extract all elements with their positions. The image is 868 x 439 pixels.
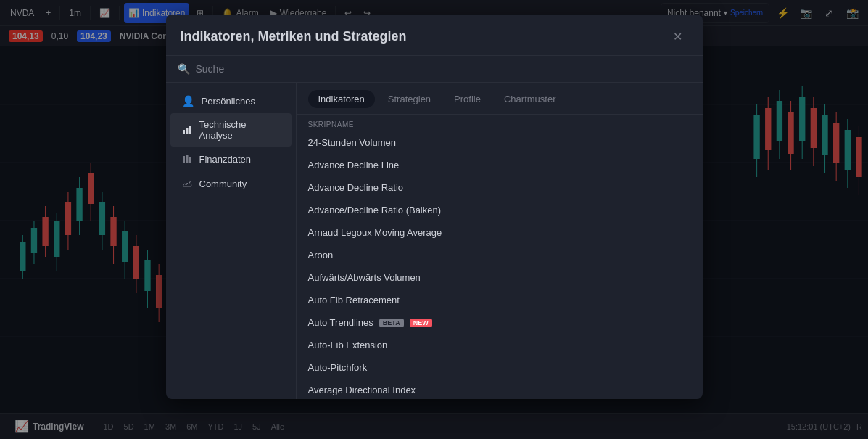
content-tabs: Indikatoren Strategien Profile Chartmust…	[297, 83, 703, 115]
list-item[interactable]: 24-Stunden Volumen	[297, 131, 703, 154]
modal-title: Indikatoren, Metriken und Strategien	[181, 29, 407, 44]
indicator-name: 24-Stunden Volumen	[308, 137, 396, 148]
close-icon: ✕	[673, 30, 682, 44]
tab-indikatoren[interactable]: Indikatoren	[308, 90, 375, 108]
indicators-list: SKRIPNAME 24-Stunden Volumen Advance Dec…	[297, 115, 703, 399]
tab-strategien-label: Strategien	[388, 94, 431, 104]
search-icon: 🔍	[178, 63, 190, 75]
tab-chartmuster[interactable]: Chartmuster	[494, 90, 566, 108]
indicator-name: Aroon	[308, 250, 334, 260]
modal-header: Indikatoren, Metriken und Strategien ✕	[166, 15, 703, 56]
indicator-name: Advance Decline Line	[308, 160, 400, 171]
tab-chartmuster-label: Chartmuster	[504, 94, 556, 104]
list-section-header: SKRIPNAME	[297, 115, 703, 131]
list-item[interactable]: Aufwärts/Abwärts Volumen	[297, 266, 703, 289]
indicator-name: Auto Fib Retracement	[308, 295, 400, 305]
list-item[interactable]: Auto-Pitchfork	[297, 356, 703, 379]
svg-rect-54	[186, 128, 188, 134]
svg-rect-58	[189, 157, 191, 163]
community-icon	[182, 178, 192, 190]
list-item[interactable]: Average Directional Index	[297, 379, 703, 399]
indicator-name: Auto Trendlines	[308, 317, 373, 328]
indicator-name: Aufwärts/Abwärts Volumen	[308, 272, 421, 283]
modal-sidebar: 👤 Persönliches Technische Analyse	[166, 83, 297, 399]
modal-content: Indikatoren Strategien Profile Chartmust…	[297, 83, 703, 399]
tab-profile[interactable]: Profile	[444, 90, 491, 108]
indicator-name: Advance Decline Ratio	[308, 182, 404, 193]
list-item[interactable]: Auto-Fib Extension	[297, 334, 703, 356]
search-bar: 🔍	[166, 56, 703, 83]
tab-strategien[interactable]: Strategien	[378, 90, 441, 108]
sidebar-item-community[interactable]: Community	[170, 172, 292, 196]
sidebar-persoenliches-label: Persönliches	[202, 96, 255, 107]
search-input[interactable]	[196, 63, 691, 75]
sidebar-community-label: Community	[199, 179, 247, 189]
indicator-name: Arnaud Legoux Moving Average	[308, 227, 442, 238]
indicator-name: Average Directional Index	[308, 385, 416, 395]
modal-body: 👤 Persönliches Technische Analyse	[166, 83, 703, 399]
indicator-name: Auto-Fib Extension	[308, 340, 388, 350]
svg-rect-53	[183, 130, 185, 134]
indicators-modal: Indikatoren, Metriken und Strategien ✕ 🔍…	[166, 15, 703, 399]
svg-rect-55	[189, 126, 191, 134]
beta-badge: BETA	[379, 319, 404, 327]
svg-rect-57	[186, 155, 188, 163]
chart-analysis-icon	[182, 124, 192, 136]
finance-icon	[182, 153, 192, 165]
modal-close-button[interactable]: ✕	[668, 26, 688, 46]
person-icon: 👤	[182, 95, 194, 107]
list-item[interactable]: Auto Trendlines BETA NEW	[297, 311, 703, 334]
sidebar-item-finanzdaten[interactable]: Finanzdaten	[170, 147, 292, 171]
list-item[interactable]: Arnaud Legoux Moving Average	[297, 221, 703, 244]
sidebar-finanzdaten-label: Finanzdaten	[199, 154, 252, 165]
list-item[interactable]: Advance Decline Line	[297, 154, 703, 176]
list-item[interactable]: Advance/Decline Ratio (Balken)	[297, 199, 703, 221]
svg-rect-56	[183, 156, 185, 163]
list-item[interactable]: Auto Fib Retracement	[297, 289, 703, 311]
indicator-name: Auto-Pitchfork	[308, 362, 368, 373]
modal-overlay[interactable]: Indikatoren, Metriken und Strategien ✕ 🔍…	[0, 0, 868, 439]
sidebar-item-technische-analyse[interactable]: Technische Analyse	[170, 113, 292, 147]
indicator-name: Advance/Decline Ratio (Balken)	[308, 205, 442, 216]
tab-profile-label: Profile	[454, 94, 481, 104]
list-item[interactable]: Aroon	[297, 244, 703, 266]
tab-indikatoren-label: Indikatoren	[318, 94, 365, 104]
sidebar-technische-label: Technische Analyse	[199, 119, 280, 141]
sidebar-item-persoenliches[interactable]: 👤 Persönliches	[170, 89, 292, 112]
list-item[interactable]: Advance Decline Ratio	[297, 176, 703, 199]
new-badge: NEW	[410, 319, 432, 327]
